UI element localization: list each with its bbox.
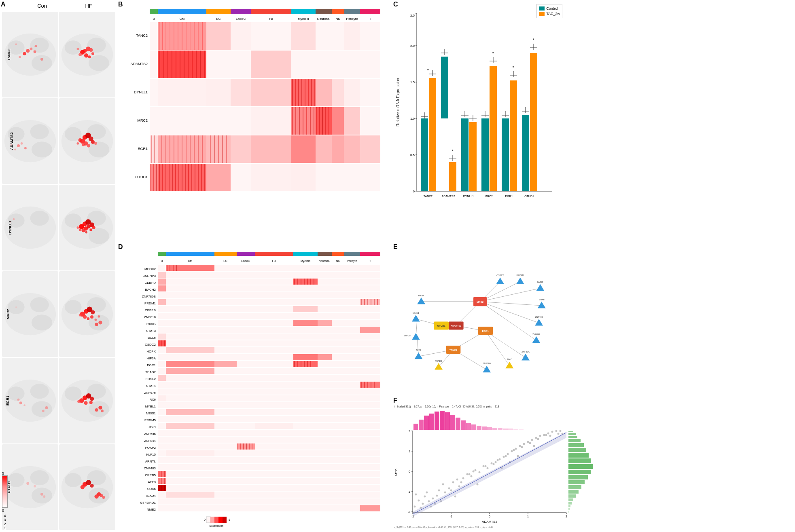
svg-rect-730 <box>568 505 570 507</box>
svg-text:PRDM1: PRDM1 <box>517 274 524 277</box>
svg-rect-609 <box>466 423 471 430</box>
svg-marker-589 <box>435 363 443 370</box>
svg-point-709 <box>549 435 551 437</box>
svg-rect-410 <box>158 299 166 305</box>
panel-e-label: E <box>393 243 398 251</box>
svg-rect-316 <box>429 78 436 191</box>
svg-text:ADAMTS2: ADAMTS2 <box>451 325 461 327</box>
svg-text:HIF3A: HIF3A <box>146 357 156 360</box>
svg-rect-608 <box>461 420 466 430</box>
svg-rect-444 <box>293 354 318 360</box>
svg-text:ADAMTS2: ADAMTS2 <box>482 520 497 524</box>
svg-point-89 <box>98 321 102 324</box>
svg-rect-231 <box>360 107 380 135</box>
svg-point-60 <box>79 224 84 229</box>
svg-text:0.5: 0.5 <box>410 153 415 157</box>
svg-rect-441 <box>166 347 214 353</box>
svg-text:PRDM1: PRDM1 <box>144 302 156 305</box>
svg-point-19 <box>89 48 93 52</box>
svg-rect-715 <box>568 436 577 438</box>
svg-point-699 <box>560 430 562 432</box>
svg-rect-368 <box>318 252 332 256</box>
svg-rect-339 <box>490 66 497 191</box>
svg-rect-619 <box>519 429 524 430</box>
svg-rect-616 <box>503 429 508 430</box>
svg-point-674 <box>485 465 487 467</box>
svg-marker-567 <box>417 298 425 304</box>
svg-rect-143 <box>360 9 380 14</box>
svg-point-645 <box>418 500 420 502</box>
panel-c-label: C <box>393 1 398 8</box>
svg-rect-165 <box>291 22 316 50</box>
svg-point-676 <box>499 458 501 460</box>
svg-point-100 <box>61 380 113 422</box>
svg-point-685 <box>523 443 525 445</box>
svg-point-689 <box>521 446 523 448</box>
legend-control: Control <box>539 6 560 11</box>
svg-rect-140 <box>316 9 332 14</box>
umap-dynll1-con: DYNLL1 <box>2 185 58 270</box>
svg-rect-363 <box>166 252 214 256</box>
umap-adamts2-hf <box>59 98 115 184</box>
svg-text:Myeloid: Myeloid <box>298 17 309 21</box>
svg-rect-422 <box>158 313 380 319</box>
svg-point-48 <box>76 142 79 145</box>
svg-rect-617 <box>508 429 513 430</box>
svg-rect-464 <box>158 382 380 388</box>
svg-rect-370 <box>344 252 360 256</box>
svg-point-47 <box>94 142 97 145</box>
svg-rect-725 <box>568 485 581 489</box>
svg-marker-585 <box>505 362 513 369</box>
svg-text:EC: EC <box>216 17 220 21</box>
umap-mrc2-con: MRC2 <box>2 271 58 357</box>
svg-rect-355 <box>530 53 537 191</box>
svg-text:Neuronal: Neuronal <box>319 260 331 262</box>
svg-rect-601 <box>424 416 429 430</box>
svg-rect-419 <box>158 306 380 312</box>
panel-ef-container: E <box>392 243 566 532</box>
svg-rect-354 <box>522 115 529 191</box>
svg-rect-280 <box>344 164 360 191</box>
svg-text:NME2: NME2 <box>147 508 156 511</box>
svg-text:CEBPB: CEBPB <box>145 308 156 312</box>
svg-text:CSDC2: CSDC2 <box>496 274 504 277</box>
legend-tac: TAC_2w <box>539 12 560 16</box>
svg-rect-520 <box>158 485 380 491</box>
svg-point-682 <box>515 448 517 450</box>
svg-point-55 <box>65 213 82 228</box>
svg-text:TANC2: TANC2 <box>449 349 458 351</box>
svg-text:CEBPD: CEBPD <box>144 281 156 285</box>
svg-text:TEAD4: TEAD4 <box>145 494 156 498</box>
svg-rect-391 <box>158 272 166 278</box>
svg-point-73 <box>32 315 52 330</box>
svg-point-679 <box>507 453 509 455</box>
svg-point-20 <box>84 53 88 57</box>
svg-rect-167 <box>332 22 344 50</box>
svg-text:MEIS1: MEIS1 <box>413 312 419 314</box>
row-label-dynll1: DYNLL1 <box>8 220 12 234</box>
svg-point-70 <box>4 293 56 335</box>
svg-rect-504 <box>158 457 380 463</box>
panel-e: E <box>392 243 566 396</box>
svg-rect-432 <box>158 334 166 340</box>
svg-rect-212 <box>344 79 360 106</box>
svg-text:ZNF53A: ZNF53A <box>522 350 530 353</box>
svg-rect-230 <box>344 107 360 135</box>
svg-point-72 <box>30 297 49 312</box>
svg-point-690 <box>535 437 537 439</box>
svg-text:DYNLL1: DYNLL1 <box>134 90 148 94</box>
svg-text:OTUD1: OTUD1 <box>437 325 446 327</box>
svg-point-0 <box>4 34 56 76</box>
svg-point-695 <box>537 438 539 440</box>
svg-point-90 <box>95 323 98 326</box>
svg-text:ZNF844: ZNF844 <box>144 439 156 443</box>
svg-point-697 <box>555 430 558 432</box>
svg-rect-347 <box>510 80 517 191</box>
umap-otud1-hf-svg <box>59 444 115 530</box>
svg-rect-253 <box>360 135 380 163</box>
svg-point-133 <box>102 496 105 499</box>
svg-rect-164 <box>251 22 291 50</box>
svg-point-656 <box>444 492 446 494</box>
svg-text:EC: EC <box>223 260 227 262</box>
svg-point-684 <box>519 445 521 447</box>
